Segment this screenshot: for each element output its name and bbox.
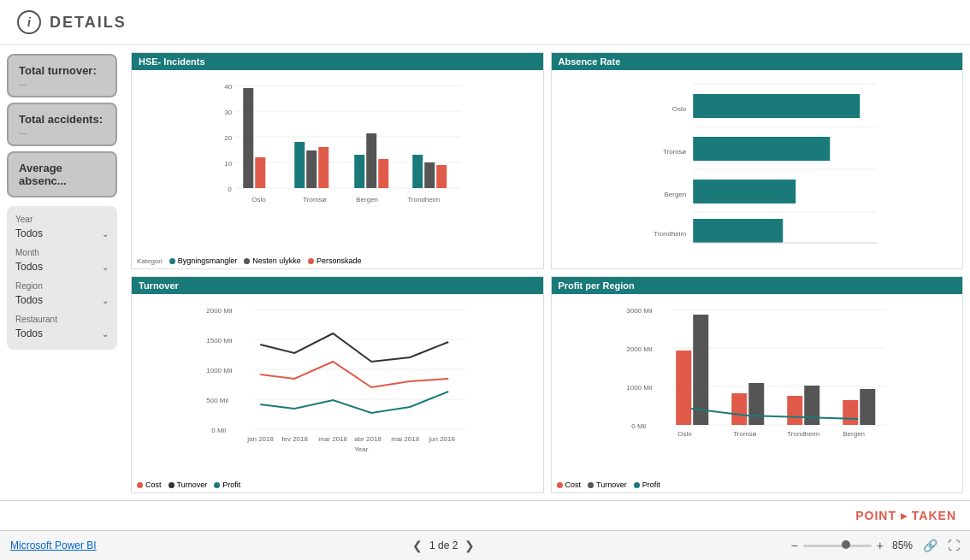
svg-text:jan 2018: jan 2018 <box>246 435 274 443</box>
absence-chart-svg: Oslo Tromsø Bergen Trondheim 0% <box>557 75 958 246</box>
absence-chart-inner: Oslo Tromsø Bergen Trondheim 0% <box>552 70 963 268</box>
zoom-thumb <box>842 540 850 549</box>
svg-text:Trondheim: Trondheim <box>407 196 440 203</box>
svg-text:40: 40 <box>224 83 232 91</box>
svg-rect-10 <box>243 88 253 188</box>
prev-page-button[interactable]: ❮ <box>412 539 423 552</box>
filter-month-select[interactable]: Todos ⌄ <box>15 259 109 274</box>
svg-rect-18 <box>412 155 423 188</box>
profit-chart-title: Profit per Region <box>552 277 963 294</box>
svg-rect-71 <box>843 400 858 425</box>
turnover-dot-turnover <box>169 482 174 488</box>
svg-text:1000 Mil: 1000 Mil <box>626 384 652 392</box>
kpi-absence: Average absenc... <box>7 151 117 197</box>
svg-rect-69 <box>787 396 802 425</box>
share-icon[interactable]: 🔗 <box>923 539 937 552</box>
filter-region-select[interactable]: Todos ⌄ <box>15 292 109 308</box>
svg-rect-16 <box>366 133 376 188</box>
zoom-slider[interactable] <box>803 545 872 547</box>
profit-legend-cost: Cost <box>557 480 582 489</box>
left-panel: Total turnover: ... Total accidents: ...… <box>0 45 124 500</box>
brand-logo: POINT ▸ TAKEN <box>855 509 956 522</box>
hse-chart-svg: 40 30 20 10 0 <box>135 74 540 227</box>
svg-text:10: 10 <box>224 160 232 168</box>
svg-rect-32 <box>693 137 830 161</box>
zoom-level: 85% <box>892 539 913 551</box>
svg-text:Oslo: Oslo <box>677 430 692 438</box>
nav-right: − + 85% 🔗 ⛶ <box>791 539 960 552</box>
svg-text:3000 Mil: 3000 Mil <box>626 307 652 315</box>
turnover-chart-card: Turnover 2000 Mil 1500 Mil 1000 Mil 500 … <box>131 276 544 493</box>
profit-chart-legend: Cost Turnover Profit <box>552 479 963 492</box>
svg-rect-34 <box>693 180 796 203</box>
svg-rect-67 <box>731 393 747 425</box>
turnover-chart-inner: 2000 Mil 1500 Mil 1000 Mil 500 Mil 0 Mil <box>132 294 543 479</box>
kpi-accidents-label: Total accidents: <box>19 113 105 126</box>
svg-text:Bergen: Bergen <box>843 430 865 438</box>
svg-text:2000 Mil: 2000 Mil <box>206 307 232 315</box>
profit-chart-inner: 3000 Mil 2000 Mil 1000 Mil 0 Mil <box>552 294 963 479</box>
svg-rect-68 <box>748 383 764 425</box>
svg-text:1500 Mil: 1500 Mil <box>206 337 232 345</box>
svg-rect-17 <box>378 159 388 188</box>
svg-text:1000 Mil: 1000 Mil <box>206 367 232 374</box>
absence-chart-title: Absence Rate <box>552 53 963 70</box>
fullscreen-icon[interactable]: ⛶ <box>948 539 960 552</box>
svg-rect-13 <box>306 150 316 188</box>
filter-month-label: Month <box>15 248 109 257</box>
hse-chart-inner: 40 30 20 10 0 <box>132 70 543 255</box>
hse-dot-nesten <box>244 258 250 264</box>
powerbi-link[interactable]: Microsoft Power BI <box>10 539 97 551</box>
svg-text:30: 30 <box>224 109 232 116</box>
turnover-chart-legend: Cost Turnover Profit <box>132 479 543 492</box>
svg-text:10%: 10% <box>847 245 861 246</box>
svg-text:mar 2018: mar 2018 <box>318 435 347 443</box>
page-title: DETAILS <box>50 14 127 32</box>
svg-text:Trondheim: Trondheim <box>787 430 819 438</box>
turnover-dot-profit <box>214 482 220 488</box>
filter-region: Region Todos ⌄ <box>15 281 109 308</box>
page-indicator: 1 de 2 <box>429 539 458 551</box>
turnover-dot-cost <box>137 482 143 488</box>
svg-text:0: 0 <box>228 186 232 193</box>
zoom-plus[interactable]: + <box>877 539 884 552</box>
svg-rect-20 <box>436 165 447 188</box>
svg-text:Oslo: Oslo <box>251 196 266 203</box>
svg-text:Trondheim: Trondheim <box>654 230 686 238</box>
absence-chart-card: Absence Rate Oslo Tromsø <box>551 52 964 269</box>
svg-text:Oslo: Oslo <box>671 105 686 113</box>
svg-text:Bergen: Bergen <box>664 191 686 198</box>
charts-area: HSE- Incidents 40 30 20 10 0 <box>124 45 970 500</box>
filter-restaurant-select[interactable]: Todos ⌄ <box>15 326 109 341</box>
turnover-legend-cost: Cost <box>137 480 162 489</box>
zoom-minus[interactable]: − <box>791 539 798 552</box>
svg-rect-14 <box>318 147 328 188</box>
svg-text:abr 2018: abr 2018 <box>354 435 381 443</box>
profit-dot-cost <box>557 482 563 488</box>
profit-dot-profit <box>634 482 640 488</box>
profit-legend-turnover: Turnover <box>588 480 627 489</box>
filter-year-label: Year <box>15 215 109 224</box>
next-page-button[interactable]: ❯ <box>464 539 475 552</box>
hse-chart-card: HSE- Incidents 40 30 20 10 0 <box>131 52 544 269</box>
svg-text:Tromsø: Tromsø <box>662 148 685 156</box>
chevron-down-icon-2: ⌄ <box>102 262 109 272</box>
kpi-absence-label: Average absenc... <box>19 162 105 187</box>
kpi-turnover-value: ... <box>19 77 105 87</box>
svg-text:fev 2018: fev 2018 <box>281 435 308 443</box>
filter-year: Year Todos ⌄ <box>15 215 109 241</box>
nav-center: ❮ 1 de 2 ❯ <box>412 539 475 552</box>
filter-year-select[interactable]: Todos ⌄ <box>15 226 109 241</box>
svg-text:0%: 0% <box>693 245 703 246</box>
svg-text:Year: Year <box>354 445 369 453</box>
kpi-accidents-value: ... <box>19 126 105 136</box>
svg-text:Bergen: Bergen <box>356 196 378 203</box>
svg-text:mai 2018: mai 2018 <box>391 435 419 443</box>
svg-rect-11 <box>255 157 265 188</box>
content-area: Total turnover: ... Total accidents: ...… <box>0 45 970 500</box>
turnover-legend-profit: Profit <box>214 480 240 489</box>
svg-rect-12 <box>294 142 305 188</box>
hse-legend-bygning: Bygningsmangler <box>169 256 238 265</box>
footer-bar: POINT ▸ TAKEN <box>0 500 970 530</box>
turnover-chart-svg: 2000 Mil 1500 Mil 1000 Mil 500 Mil 0 Mil <box>135 298 540 456</box>
